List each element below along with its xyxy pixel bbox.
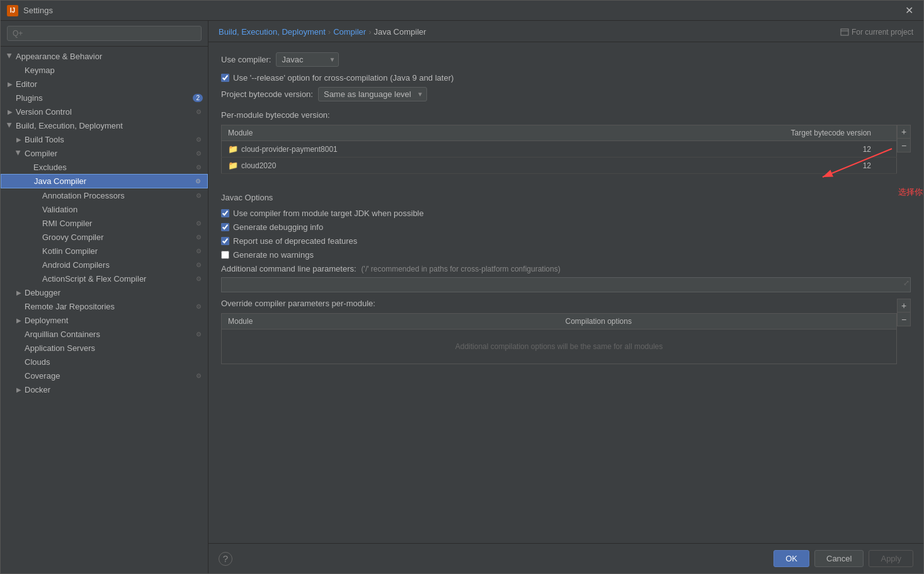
project-icon [840,28,849,37]
svg-line-3 [823,149,892,177]
sidebar-item-editor[interactable]: ▶ Editor [1,77,208,91]
use-release-option-checkbox[interactable] [221,74,229,82]
option-row-3: Generate no warnings [221,250,911,260]
sidebar-item-label: Kotlin Compiler [42,246,193,256]
option-checkbox-2[interactable] [221,237,229,245]
javac-options-label: Javac Options [221,193,911,202]
sidebar-item-rmi-compiler[interactable]: ▶ RMI Compiler ⚙ [1,216,208,230]
cmd-params-section: Additional command line parameters: ('/'… [221,264,911,292]
override-empty-text: Additional compilation options will be t… [222,330,897,364]
sidebar-item-version-control[interactable]: ▶ Version Control ⚙ [1,105,208,118]
sidebar-item-remote-jar[interactable]: ▶ Remote Jar Repositories ⚙ [1,299,208,313]
app-icon: IJ [7,5,18,16]
expand-arrow: ▶ [14,288,23,297]
project-bytecode-select-wrapper: Same as language level ▼ [318,87,427,101]
breadcrumb-sep-1: › [328,27,331,37]
config-icon: ⚙ [194,274,203,283]
module-name-cell: 📁 cloud2020 [222,158,574,174]
breadcrumb-part-2[interactable]: Compiler [333,27,366,37]
sidebar-item-application-servers[interactable]: ▶ Application Servers [1,341,208,355]
sidebar-item-groovy-compiler[interactable]: ▶ Groovy Compiler ⚙ [1,230,208,244]
sidebar-item-label: Compiler [25,149,193,158]
config-icon: ⚙ [194,149,203,158]
override-table: Module Compilation options Additional co… [221,313,897,364]
sidebar-item-validation[interactable]: ▶ Validation [1,202,208,216]
sidebar-item-arquillian[interactable]: ▶ Arquillian Containers ⚙ [1,327,208,341]
sidebar-item-deployment[interactable]: ▶ Deployment [1,313,208,327]
cmd-label-row: Additional command line parameters: ('/'… [221,264,911,273]
sidebar-item-compiler[interactable]: ▶ Compiler ⚙ [1,146,208,160]
override-table-wrap: Module Compilation options Additional co… [221,313,897,364]
module-icon-1: 📁 cloud-provider-payment8001 [228,144,338,154]
module-name-1: cloud-provider-payment8001 [241,145,338,154]
sidebar-item-java-compiler[interactable]: ▶ Java Compiler ⚙ [1,174,208,188]
config-icon: ⚙ [193,177,202,186]
module-table-remove-button[interactable]: − [897,139,911,152]
project-bytecode-label: Project bytecode version: [221,89,313,99]
sidebar-item-docker[interactable]: ▶ Docker [1,382,208,396]
project-bytecode-row: Project bytecode version: Same as langua… [221,87,911,101]
sidebar-item-actionscript-flex[interactable]: ▶ ActionScript & Flex Compiler ⚙ [1,272,208,285]
main-content: ▶ Appearance & Behavior ▶ Keymap ▶ Edito… [1,21,923,573]
compiler-select-wrapper: Javac Eclipse Ajc ▼ [276,52,339,67]
sidebar-item-label: Annotation Processors [42,191,193,200]
module-icon-2: 📁 cloud2020 [228,161,276,170]
override-module-header: Module [222,314,559,330]
search-box [1,21,208,47]
close-button[interactable]: ✕ [901,3,917,18]
search-input[interactable] [7,26,202,41]
sidebar-item-excludes[interactable]: ▶ Excludes ⚙ [1,160,208,174]
version-col-header: Target bytecode version [574,125,896,141]
config-icon: ⚙ [194,330,203,338]
sidebar-item-android-compilers[interactable]: ▶ Android Compilers ⚙ [1,258,208,272]
cancel-button[interactable]: Cancel [814,550,864,567]
override-table-add-button[interactable]: + [897,299,911,313]
per-module-label: Per-module bytecode version: [221,110,911,120]
sidebar-item-annotation-processors[interactable]: ▶ Annotation Processors ⚙ [1,188,208,202]
override-table-remove-button[interactable]: − [897,313,911,326]
sidebar-item-label: Java Compiler [34,176,192,186]
breadcrumb-part-1[interactable]: Build, Execution, Deployment [219,27,326,37]
sidebar-item-build-execution-deployment[interactable]: ▶ Build, Execution, Deployment [1,118,208,132]
module-table-section: Module Target bytecode version 📁 [221,125,911,174]
sidebar-item-label: Plugins [16,93,190,103]
override-compilation-header: Compilation options [559,314,897,330]
compiler-select[interactable]: Javac Eclipse Ajc [276,52,339,67]
sidebar-item-label: Deployment [25,316,203,325]
cmd-params-input[interactable] [221,277,911,292]
help-button[interactable]: ? [219,552,232,566]
config-icon: ⚙ [194,191,203,200]
project-bytecode-select[interactable]: Same as language level [318,87,427,101]
sidebar-item-label: Arquillian Containers [25,330,193,339]
sidebar-item-label: Debugger [25,288,203,297]
use-compiler-label: Use compiler: [221,55,271,64]
javac-options-section: Javac Options Use compiler from module t… [221,193,911,260]
expand-icon[interactable]: ⤢ [903,278,910,287]
module-col-header: Module [222,125,574,141]
sidebar-item-label: ActionScript & Flex Compiler [42,274,193,284]
sidebar-item-debugger[interactable]: ▶ Debugger [1,285,208,299]
apply-button[interactable]: Apply [869,550,913,567]
breadcrumb-current: Java Compiler [374,27,426,37]
config-icon: ⚙ [194,163,203,171]
option-checkbox-0[interactable] [221,209,229,217]
sidebar-item-build-tools[interactable]: ▶ Build Tools ⚙ [1,132,208,146]
module-table-add-button[interactable]: + [897,125,911,139]
sidebar-item-plugins[interactable]: ▶ Plugins 2 [1,91,208,105]
sidebar-item-kotlin-compiler[interactable]: ▶ Kotlin Compiler ⚙ [1,244,208,258]
sidebar-item-coverage[interactable]: ▶ Coverage ⚙ [1,369,208,382]
right-panel: Build, Execution, Deployment › Compiler … [208,21,923,573]
option-checkbox-1[interactable] [221,223,229,231]
folder-icon: 📁 [228,161,238,170]
breadcrumb-sep-2: › [368,27,371,37]
override-empty-row: Additional compilation options will be t… [222,330,897,364]
sidebar-item-clouds[interactable]: ▶ Clouds [1,355,208,369]
option-row-0: Use compiler from module target JDK when… [221,209,911,218]
nav-tree: ▶ Appearance & Behavior ▶ Keymap ▶ Edito… [1,47,208,573]
config-icon: ⚙ [194,246,203,255]
override-label: Override compiler parameters per-module: [221,299,911,308]
ok-button[interactable]: OK [773,550,809,567]
option-checkbox-3[interactable] [221,251,229,259]
sidebar-item-appearance-behavior[interactable]: ▶ Appearance & Behavior [1,49,208,63]
sidebar-item-keymap[interactable]: ▶ Keymap [1,63,208,77]
